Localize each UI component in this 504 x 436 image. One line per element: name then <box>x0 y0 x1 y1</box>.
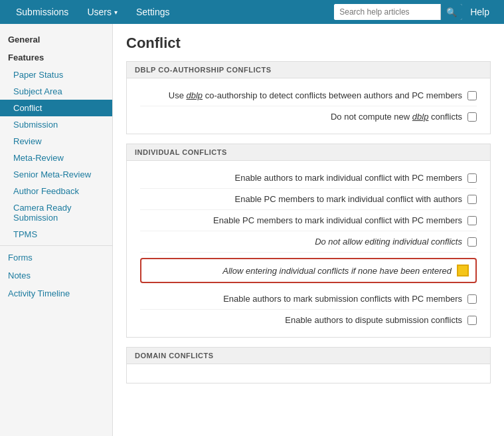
main-content: Conflict DBLP CO-AUTHORSHIP CONFLICTS Us… <box>113 24 504 436</box>
dblp-section-header: DBLP CO-AUTHORSHIP CONFLICTS <box>126 61 491 78</box>
no-edit-individual-checkbox[interactable] <box>467 237 477 247</box>
authors-dispute-row: Enable authors to dispute submission con… <box>140 310 477 330</box>
sidebar-forms-label[interactable]: Forms <box>0 249 112 267</box>
individual-section-header: INDIVIDUAL CONFLICTS <box>126 144 491 160</box>
sidebar-item-subject-area[interactable]: Subject Area <box>0 83 112 100</box>
allow-entering-individual-label: Allow entering individual conflicts if n… <box>148 266 452 276</box>
pc-mark-individual-authors-label: Enable PC members to mark individual con… <box>140 194 462 204</box>
sidebar-item-tpms[interactable]: TPMS <box>0 226 112 243</box>
sidebar-item-paper-status[interactable]: Paper Status <box>0 66 112 83</box>
allow-entering-individual-row: Allow entering individual conflicts if n… <box>140 258 477 283</box>
no-dblp-compute-checkbox[interactable] <box>467 112 477 122</box>
sidebar: General Features Paper Status Subject Ar… <box>0 24 113 436</box>
authors-dispute-checkbox[interactable] <box>467 316 477 325</box>
help-button[interactable]: Help <box>462 7 497 17</box>
dblp-section-body: Use dblp co-authorship to detect conflic… <box>126 78 491 134</box>
pc-mark-individual-pc-row: Enable PC members to mark individual con… <box>140 210 477 231</box>
authors-mark-individual-checkbox[interactable] <box>467 173 477 183</box>
no-dblp-compute-row: Do not compute new dblp conflicts <box>140 106 477 127</box>
authors-mark-individual-row: Enable authors to mark individual confli… <box>140 167 477 189</box>
authors-mark-submission-row: Enable authors to mark submission confli… <box>140 288 477 310</box>
no-edit-individual-label: Do not allow editing individual conflict… <box>140 237 462 247</box>
sidebar-item-senior-meta-review[interactable]: Senior Meta-Review <box>0 166 112 183</box>
domain-section: DOMAIN CONFLICTS <box>126 347 491 383</box>
authors-mark-submission-label: Enable authors to mark submission confli… <box>140 294 462 304</box>
search-button[interactable]: 🔍 <box>440 4 462 20</box>
pc-mark-individual-pc-checkbox[interactable] <box>467 216 477 225</box>
main-layout: General Features Paper Status Subject Ar… <box>0 24 504 436</box>
nav-submissions[interactable]: Submissions <box>7 0 78 24</box>
sidebar-item-conflict[interactable]: Conflict <box>0 100 112 116</box>
authors-mark-individual-label: Enable authors to mark individual confli… <box>140 173 462 183</box>
pc-mark-individual-authors-row: Enable PC members to mark individual con… <box>140 189 477 210</box>
domain-section-body <box>126 364 491 383</box>
search-input[interactable] <box>334 4 440 20</box>
individual-section-body: Enable authors to mark individual confli… <box>126 160 491 338</box>
nav-settings[interactable]: Settings <box>127 0 179 24</box>
no-edit-individual-row: Do not allow editing individual conflict… <box>140 231 477 253</box>
individual-section: INDIVIDUAL CONFLICTS Enable authors to m… <box>126 144 491 338</box>
top-navigation: Submissions Users ▾ Settings 🔍 Help <box>0 0 504 24</box>
sidebar-item-camera-ready[interactable]: Camera Ready Submission <box>0 199 112 226</box>
chevron-down-icon: ▾ <box>114 9 118 16</box>
sidebar-divider <box>0 245 112 246</box>
search-container: 🔍 <box>334 4 462 20</box>
sidebar-notes-label[interactable]: Notes <box>0 267 112 284</box>
nav-users[interactable]: Users ▾ <box>78 7 127 17</box>
pc-mark-individual-pc-label: Enable PC members to mark individual con… <box>140 215 462 225</box>
sidebar-item-meta-review[interactable]: Meta-Review <box>0 150 112 166</box>
sidebar-item-review[interactable]: Review <box>0 133 112 150</box>
authors-dispute-label: Enable authors to dispute submission con… <box>140 315 462 325</box>
sidebar-item-author-feedback[interactable]: Author Feedback <box>0 183 112 199</box>
dblp-detect-label: Use dblp co-authorship to detect conflic… <box>140 90 462 100</box>
pc-mark-individual-authors-checkbox[interactable] <box>467 195 477 204</box>
dblp-section: DBLP CO-AUTHORSHIP CONFLICTS Use dblp co… <box>126 61 491 134</box>
sidebar-features-label: Features <box>0 49 112 66</box>
sidebar-activity-timeline-label[interactable]: Activity Timeline <box>0 284 112 302</box>
authors-mark-submission-checkbox[interactable] <box>467 294 477 304</box>
dblp-detect-checkbox[interactable] <box>467 91 477 100</box>
sidebar-general-label: General <box>0 31 112 49</box>
dblp-detect-row: Use dblp co-authorship to detect conflic… <box>140 85 477 106</box>
domain-section-header: DOMAIN CONFLICTS <box>126 347 491 364</box>
no-dblp-compute-label: Do not compute new dblp conflicts <box>140 112 462 122</box>
allow-entering-individual-checkbox[interactable] <box>457 265 469 276</box>
sidebar-item-submission[interactable]: Submission <box>0 116 112 133</box>
page-title: Conflict <box>126 35 491 52</box>
